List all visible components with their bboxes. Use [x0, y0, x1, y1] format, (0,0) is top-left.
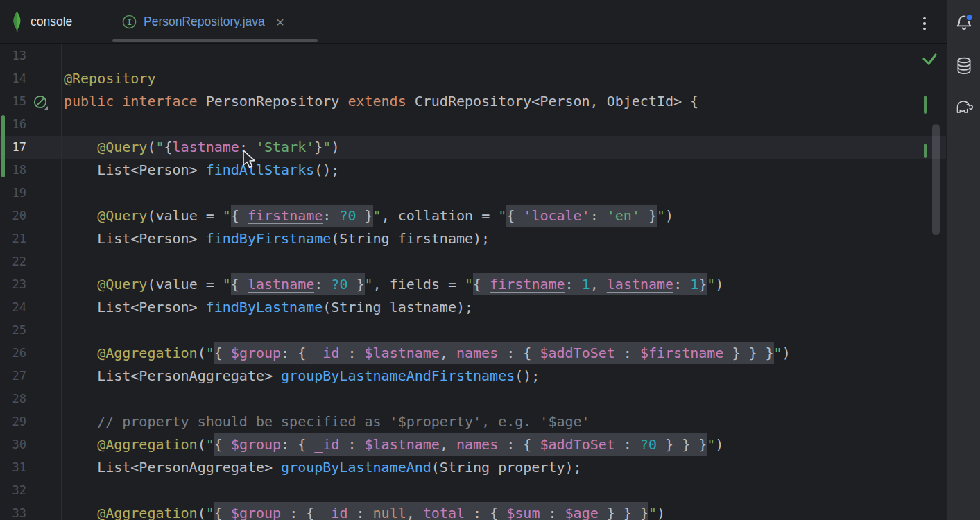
gutter-line-number[interactable]: 23 — [0, 273, 26, 296]
kebab-dot — [923, 17, 926, 20]
kebab-dot — [923, 22, 926, 25]
stripe-change-marker — [924, 144, 927, 158]
gutter-icon-overlay-triangle — [44, 106, 48, 110]
right-toolbar — [947, 0, 980, 520]
gradle-elephant-icon — [954, 98, 974, 116]
gutter-line-number[interactable]: 29 — [0, 410, 26, 433]
more-options-button[interactable] — [917, 11, 932, 36]
gutter-line-number[interactable]: 19 — [0, 182, 26, 205]
code-line[interactable]: @Query("{lastname: 'Stark'}") — [64, 136, 339, 159]
run-query-gutter-icon[interactable] — [33, 94, 49, 114]
gutter-line-number[interactable]: 13 — [0, 44, 26, 67]
active-tab-indicator — [112, 39, 318, 42]
code-line[interactable]: List<Person> findByFirstname(String firs… — [64, 227, 490, 250]
code-line[interactable]: @Query(value = "{ lastname: ?0 }", field… — [64, 273, 723, 296]
kebab-dot — [923, 28, 926, 31]
scrollbar-thumb[interactable] — [932, 124, 940, 235]
code-line[interactable]: List<Person> findByLastname(String lastn… — [64, 296, 473, 319]
code-line[interactable]: List<PersonAggregate> groupByLastnameAnd… — [64, 365, 540, 388]
code-line[interactable]: List<Person> findAllStarks(); — [64, 159, 339, 182]
gutter-line-number[interactable]: 20 — [0, 205, 26, 227]
code-line[interactable]: @Aggregation("{ $group: { _id : $lastnam… — [64, 342, 791, 365]
inspections-status-widget[interactable] — [921, 51, 938, 69]
gutter-line-number[interactable]: 33 — [0, 502, 26, 520]
bell-icon — [955, 14, 973, 32]
tab-title: PersonRepository.java — [144, 15, 265, 29]
gutter-line-number[interactable]: 21 — [0, 227, 26, 250]
gradle-tool-button[interactable] — [953, 96, 975, 118]
code-line[interactable]: List<PersonAggregate> groupByLastnameAnd… — [64, 456, 582, 479]
database-icon — [955, 56, 973, 76]
gutter-change-marker[interactable] — [1, 115, 5, 177]
code-line[interactable]: @Query(value = "{ firstname: ?0 }", coll… — [64, 205, 673, 227]
editor-tab[interactable]: I PersonRepository.java × — [112, 0, 294, 43]
gutter-line-number[interactable]: 15 — [0, 90, 26, 113]
code-line[interactable]: @Repository — [64, 67, 155, 90]
notification-dot — [966, 14, 973, 21]
database-tool-button[interactable] — [953, 55, 975, 77]
topbar: console I PersonRepository.java × — [0, 0, 947, 44]
tab-close-icon[interactable]: × — [276, 15, 284, 29]
gutter-separator — [61, 44, 62, 520]
gutter-line-number[interactable]: 27 — [0, 365, 26, 388]
gutter-line-number[interactable]: 26 — [0, 342, 26, 365]
code-line[interactable]: @Aggregation("{ $group: { _id : $lastnam… — [64, 433, 723, 456]
checkmark-icon — [921, 51, 938, 66]
interface-icon: I — [122, 15, 137, 29]
toolwindow-tab-console[interactable]: console — [10, 0, 72, 43]
gutter-line-number[interactable]: 22 — [0, 250, 26, 273]
gutter-line-number[interactable]: 32 — [0, 479, 26, 502]
toolwindow-label: console — [31, 15, 72, 29]
gutter-line-number[interactable]: 28 — [0, 388, 26, 410]
gutter-line-number[interactable]: 24 — [0, 296, 26, 319]
mouse-cursor — [242, 150, 257, 173]
gutter-line-number[interactable]: 14 — [0, 67, 26, 90]
notifications-button[interactable] — [953, 12, 975, 34]
gutter-line-number[interactable]: 31 — [0, 456, 26, 479]
svg-text:I: I — [127, 17, 132, 27]
mongodb-leaf-icon — [10, 10, 24, 33]
gutter-line-number[interactable]: 25 — [0, 319, 26, 342]
stripe-change-marker — [924, 96, 927, 114]
code-line[interactable]: public interface PersonRepository extend… — [64, 90, 698, 113]
code-line[interactable]: // property should be specified as '$pro… — [64, 410, 590, 433]
code-line[interactable]: @Aggregation("{ $group : { _id : null, t… — [64, 502, 665, 520]
gutter-line-number[interactable]: 30 — [0, 433, 26, 456]
